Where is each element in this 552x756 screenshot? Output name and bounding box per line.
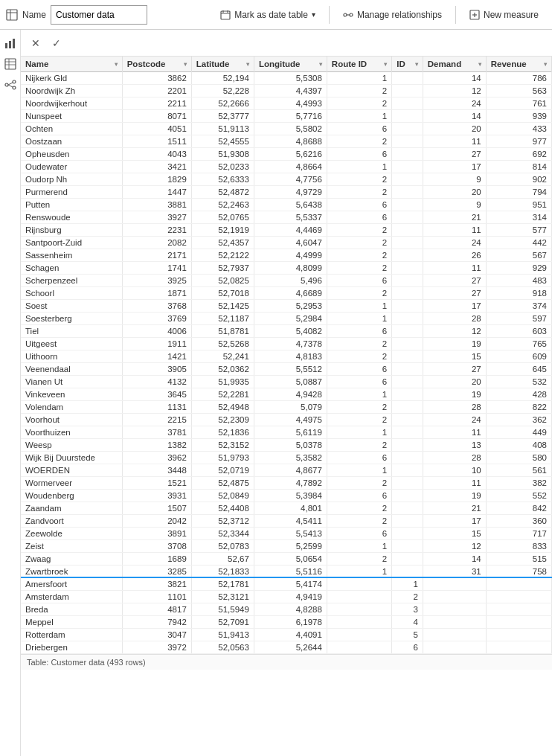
name-input[interactable] (51, 5, 147, 25)
table-cell: 11 (423, 135, 486, 148)
table-cell (327, 603, 391, 616)
table-cell: 52,67 (191, 553, 254, 566)
table-cell: 3972 (122, 641, 191, 654)
table-row: WOERDEN344852,07194,8677110561 (21, 464, 552, 477)
table-cell: 3047 (122, 629, 191, 641)
table-cell: 6 (327, 452, 391, 464)
table-cell: 52,0719 (191, 464, 254, 477)
table-cell: Voorhout (21, 414, 122, 426)
table-cell: 2 (327, 350, 391, 363)
table-cell: 9 (423, 173, 486, 186)
table-cell: Soesterberg (21, 313, 122, 325)
table-body: Nijkerk Gld386252,1945,5308114786Noordwi… (21, 72, 552, 578)
table-cell: 52,6333 (191, 173, 254, 186)
table-cell (392, 110, 423, 123)
table-cell (423, 641, 486, 654)
table-cell: Veenendaal (21, 363, 122, 376)
table-cell: 52,0783 (191, 540, 254, 553)
table-cell (486, 578, 551, 591)
table-cell: 31 (423, 566, 486, 578)
table-cell: 52,5268 (191, 338, 254, 350)
table-cell: 3 (392, 603, 423, 616)
svg-line-23 (8, 83, 13, 85)
table-cell: 1 (327, 540, 391, 553)
table-cell (392, 262, 423, 275)
col-revenue[interactable]: Revenue ▾ (486, 57, 551, 72)
table-cell: 567 (486, 249, 551, 262)
sort-latitude[interactable]: ▾ (246, 61, 249, 68)
sort-id[interactable]: ▾ (415, 61, 418, 68)
table-cell (392, 249, 423, 262)
table-cell: 3768 (122, 300, 191, 313)
table-cell: Opheusden (21, 148, 122, 161)
table-cell: 4,7378 (254, 338, 327, 350)
model-icon[interactable] (3, 77, 18, 92)
table-cell: 27 (423, 287, 486, 300)
col-longitude[interactable]: Longitude ▾ (254, 57, 327, 72)
sort-longitude[interactable]: ▾ (319, 61, 322, 68)
table-cell: 11 (423, 224, 486, 237)
col-name[interactable]: Name ▾ (21, 57, 122, 72)
data-icon[interactable] (3, 57, 18, 71)
table-cell: 52,0563 (191, 641, 254, 654)
table-cell: 515 (486, 553, 551, 566)
mark-date-table-button[interactable]: Mark as date table ▾ (213, 3, 323, 27)
table-row: Schoorl187152,70184,6689227918 (21, 287, 552, 300)
col-id[interactable]: ID ▾ (392, 57, 423, 72)
close-button[interactable]: ✕ (27, 34, 45, 52)
mark-date-table-label: Mark as date table (234, 10, 308, 20)
sort-name[interactable]: ▾ (115, 61, 118, 68)
table-cell: 5,0887 (254, 376, 327, 388)
table-cell: 4,7756 (254, 173, 327, 186)
table-cell: 577 (486, 224, 551, 237)
table-cell: 3862 (122, 72, 191, 85)
table-cell: 52,1833 (191, 566, 254, 578)
sort-demand[interactable]: ▾ (478, 61, 481, 68)
col-route-id[interactable]: Route ID ▾ (327, 57, 391, 72)
table-cell: 1829 (122, 173, 191, 186)
table-cell: 4,8183 (254, 350, 327, 363)
table-cell (423, 629, 486, 641)
table-cell: 52,1187 (191, 313, 254, 325)
table-cell: 52,4948 (191, 401, 254, 414)
table-cell (392, 313, 423, 325)
sort-postcode[interactable]: ▾ (184, 61, 187, 68)
relationships-icon (343, 10, 353, 20)
sort-route-id[interactable]: ▾ (384, 61, 387, 68)
table-cell: Wijk Bij Duurstede (21, 452, 122, 464)
col-latitude[interactable]: Latitude ▾ (191, 57, 254, 72)
highlighted-row: Amersfoort382152,17815,41741 (21, 578, 552, 591)
table-cell (392, 123, 423, 135)
new-measure-button[interactable]: New measure (462, 3, 546, 27)
table-cell: 442 (486, 237, 551, 249)
table-cell: 3925 (122, 275, 191, 287)
table-row: Zeewolde389152,33445,5413615717 (21, 528, 552, 540)
table-cell: 6 (327, 199, 391, 211)
chart-icon[interactable] (3, 36, 18, 51)
table-cell: 1447 (122, 186, 191, 199)
data-table-container: Name ▾ Postcode ▾ (21, 57, 552, 654)
table-cell: 1689 (122, 553, 191, 566)
table-cell: 19 (423, 490, 486, 502)
manage-relationships-button[interactable]: Manage relationships (336, 3, 449, 27)
table-cell (327, 616, 391, 629)
svg-point-22 (13, 86, 16, 89)
table-cell (392, 502, 423, 515)
divider2 (455, 6, 456, 24)
table-cell: 20 (423, 376, 486, 388)
col-postcode[interactable]: Postcode ▾ (122, 57, 191, 72)
table-cell: 374 (486, 300, 551, 313)
table-cell: 24 (423, 97, 486, 110)
table-cell: 5,079 (254, 401, 327, 414)
table-cell: 483 (486, 275, 551, 287)
table-cell: 52,0765 (191, 211, 254, 224)
table-row: Nunspeet807152,37775,7716114939 (21, 110, 552, 123)
table-header-row: Name ▾ Postcode ▾ (21, 57, 552, 72)
table-row: Vinkeveen364552,22814,9428119428 (21, 388, 552, 401)
confirm-button[interactable]: ✓ (48, 34, 65, 52)
table-cell: 2 (327, 173, 391, 186)
table-cell (423, 578, 486, 591)
table-cell: 794 (486, 186, 551, 199)
sort-revenue[interactable]: ▾ (544, 61, 547, 68)
col-demand[interactable]: Demand ▾ (423, 57, 486, 72)
